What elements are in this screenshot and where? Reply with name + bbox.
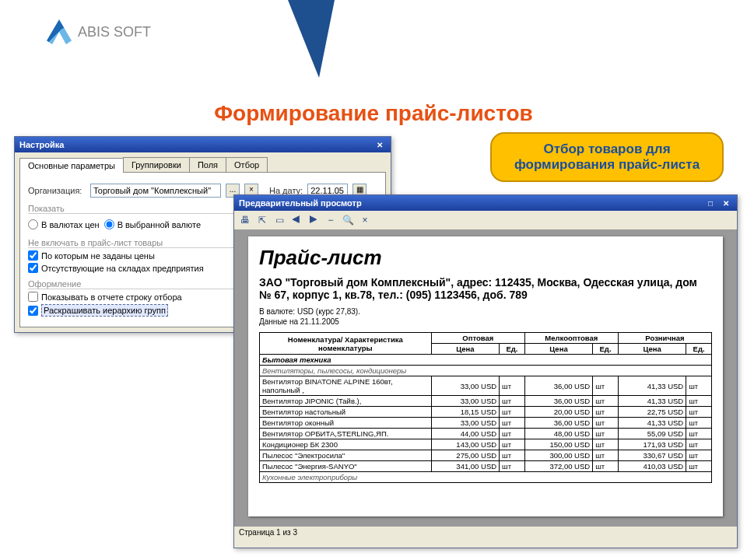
table-row: Бытовая техника bbox=[260, 355, 712, 366]
page-indicator: Страница 1 из 3 bbox=[239, 528, 297, 537]
prev-page-icon[interactable]: ⯇ bbox=[289, 212, 304, 228]
table-row: Вентилятор ОРБИТА,STERLING,ЯП.44,00 USDш… bbox=[260, 429, 712, 439]
next-page-icon[interactable]: ⯈ bbox=[306, 212, 321, 228]
window-title: Настройка bbox=[19, 140, 64, 149]
company-address: ЗАО "Торговый дом Комплексный", адрес: 1… bbox=[259, 276, 712, 301]
pricelist-title: Прайс-лист bbox=[259, 246, 712, 270]
table-row: Вентилятор настольный18,15 USDшт20,00 US… bbox=[260, 407, 712, 418]
maximize-icon[interactable]: □ bbox=[704, 198, 717, 208]
close-icon[interactable]: ✕ bbox=[374, 139, 386, 150]
th-mopt: Мелкооптовая bbox=[524, 333, 618, 344]
header-banner: ABIS SOFT bbox=[0, 0, 747, 78]
tabs: Основные параметры Группировки Поля Отбо… bbox=[19, 157, 386, 173]
callout-bubble: Отбор товаров для формирования прайс-лис… bbox=[490, 132, 724, 182]
close-preview-icon[interactable]: × bbox=[357, 212, 373, 228]
currency-info: В валюте: USD (курс 27,83). bbox=[259, 307, 712, 316]
banner-triangle bbox=[288, 0, 335, 78]
price-table: Номенклатура/ Характеристика номенклатур… bbox=[259, 332, 712, 483]
close-icon[interactable]: ✕ bbox=[720, 198, 732, 208]
preview-window: Предварительный просмотр □ ✕ 🖶 ⇱ ▭ ⯇ ⯈ −… bbox=[233, 194, 738, 548]
radio-currency-prices[interactable]: В валютах цен bbox=[28, 219, 100, 229]
window-title: Предварительный просмотр bbox=[239, 198, 362, 208]
logo: ABIS SOFT bbox=[47, 19, 151, 44]
org-label: Организация: bbox=[28, 186, 86, 195]
data-date: Данные на 21.11.2005 bbox=[259, 317, 712, 326]
zoom-out-icon[interactable]: − bbox=[323, 212, 338, 228]
page-title: Формирование прайс-листов bbox=[0, 101, 747, 126]
table-row: Пылесос "Электросила"275,00 USDшт300,00 … bbox=[260, 450, 712, 461]
tab-fields[interactable]: Поля bbox=[189, 157, 226, 172]
page-width-icon[interactable]: ⇱ bbox=[254, 212, 270, 228]
radio-selected-currency[interactable]: В выбранной валюте bbox=[104, 219, 201, 229]
table-row: Вентилятор BINATONE ALPINE 160вт, наполь… bbox=[260, 376, 712, 396]
settings-titlebar[interactable]: Настройка ✕ bbox=[15, 137, 391, 152]
table-row: Пылесос "Энергия-SANYO"341,00 USDшт372,0… bbox=[260, 461, 712, 472]
table-row: Вентилятор оконный33,00 USDшт36,00 USDшт… bbox=[260, 418, 712, 429]
th-nom: Номенклатура/ Характеристика номенклатур… bbox=[260, 333, 432, 355]
print-icon[interactable]: 🖶 bbox=[237, 212, 253, 228]
th-opt: Оптовая bbox=[431, 333, 524, 344]
tab-group[interactable]: Группировки bbox=[123, 157, 190, 172]
tab-filter[interactable]: Отбор bbox=[226, 157, 268, 172]
logo-text: ABIS SOFT bbox=[78, 24, 151, 40]
full-page-icon[interactable]: ▭ bbox=[272, 212, 287, 228]
table-row: Кухонные электроприборы bbox=[260, 472, 712, 483]
document-page: Прайс-лист ЗАО "Торговый дом Комплексный… bbox=[248, 236, 723, 516]
table-row: Вентилятор JIPONIC (Тайв.),33,00 USDшт36… bbox=[260, 396, 712, 407]
table-row: Кондиционер БК 2300143,00 USDшт150,00 US… bbox=[260, 439, 712, 450]
preview-titlebar[interactable]: Предварительный просмотр □ ✕ bbox=[234, 195, 737, 211]
th-rozn: Розничная bbox=[618, 333, 711, 344]
table-row: Вентиляторы, пылесосы, кондиционеры bbox=[260, 366, 712, 376]
preview-toolbar: 🖶 ⇱ ▭ ⯇ ⯈ − 🔍 × bbox=[234, 211, 737, 230]
document-viewport[interactable]: Прайс-лист ЗАО "Торговый дом Комплексный… bbox=[234, 230, 737, 526]
zoom-in-icon[interactable]: 🔍 bbox=[340, 212, 356, 228]
logo-icon bbox=[47, 19, 72, 44]
org-field[interactable]: Торговый дом "Комплексный" bbox=[90, 184, 221, 198]
status-bar: Страница 1 из 3 bbox=[234, 526, 737, 538]
tab-main[interactable]: Основные параметры bbox=[19, 158, 124, 173]
